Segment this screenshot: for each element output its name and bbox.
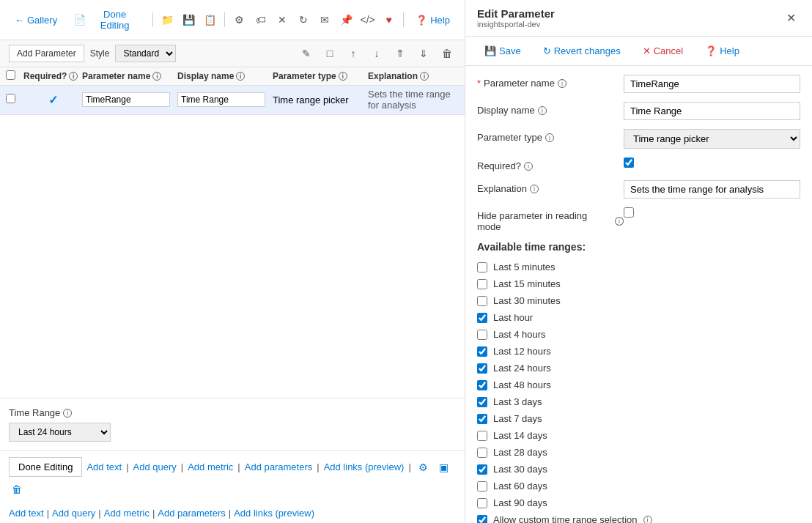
code-icon-btn[interactable]: </> xyxy=(359,11,376,29)
revert-button[interactable]: ↻ Revert changes xyxy=(536,42,628,59)
add-metric-link[interactable]: Add metric xyxy=(188,461,233,472)
add-parameter-button[interactable]: Add Parameter xyxy=(9,45,84,62)
display-name-input[interactable] xyxy=(177,92,265,107)
tag-icon-btn[interactable]: 🏷 xyxy=(252,11,269,29)
bottom-add-metric-link[interactable]: Add metric xyxy=(104,508,150,519)
param-type-select[interactable]: Time range picker Text Drop down xyxy=(624,129,800,149)
time-range-label-6: Last 24 hours xyxy=(493,363,551,374)
close-button[interactable]: ✕ xyxy=(782,10,800,26)
gallery-button[interactable]: ← Gallery xyxy=(9,12,63,29)
help-panel-button[interactable]: ❓ Help xyxy=(698,42,747,59)
display-name-field[interactable] xyxy=(624,102,800,120)
required-checkmark: ✓ xyxy=(48,93,58,107)
add-text-link[interactable]: Add text xyxy=(86,461,122,472)
explanation-info-icon[interactable]: i xyxy=(420,72,429,81)
time-range-checkbox-7[interactable] xyxy=(477,380,487,390)
param-name-field[interactable] xyxy=(624,75,800,93)
required-form-info[interactable]: i xyxy=(524,162,533,171)
time-range-item-9: Last 7 days xyxy=(477,413,800,424)
share-icon-btn[interactable]: ✉ xyxy=(317,11,333,29)
arrow-left-icon: ← xyxy=(15,15,24,26)
time-range-checkbox-15[interactable] xyxy=(477,515,487,524)
row-checkbox[interactable] xyxy=(6,94,15,103)
required-checkbox[interactable] xyxy=(624,157,634,168)
time-range-checkbox-6[interactable] xyxy=(477,363,487,374)
pin-icon-btn[interactable]: 📌 xyxy=(338,11,355,29)
settings-small-icon[interactable]: ⚙ xyxy=(416,459,432,475)
time-range-checkbox-8[interactable] xyxy=(477,397,487,407)
display-name-form-info[interactable]: i xyxy=(538,106,547,115)
time-range-info-icon[interactable]: i xyxy=(63,409,72,418)
cancel-button[interactable]: ✕ Cancel xyxy=(635,42,690,59)
time-range-checkbox-13[interactable] xyxy=(477,481,487,492)
time-range-label-4: Last 4 hours xyxy=(493,329,546,340)
time-range-checkbox-10[interactable] xyxy=(477,431,487,441)
delete-icon-btn[interactable]: 🗑 xyxy=(438,45,456,62)
move-down-icon-btn[interactable]: ↓ xyxy=(368,45,385,62)
explanation-form-info[interactable]: i xyxy=(530,185,539,193)
param-name-form-info[interactable]: i xyxy=(558,79,566,88)
save-icon-btn[interactable]: 💾 xyxy=(180,11,197,29)
time-range-item-15: Allow custom time range selectioni xyxy=(477,514,800,523)
time-range-select[interactable]: Last 24 hours Last 5 minutes Last 15 min… xyxy=(9,423,111,442)
refresh-icon-btn[interactable]: ↻ xyxy=(295,11,312,29)
delete-small-icon[interactable]: 🗑 xyxy=(9,481,25,497)
folder-icon-btn[interactable]: 📁 xyxy=(159,11,176,29)
copy-icon-btn[interactable]: 📋 xyxy=(202,11,218,29)
table-row[interactable]: ✓ Time range picker Sets the time range … xyxy=(0,86,465,114)
add-query-link[interactable]: Add query xyxy=(133,461,177,472)
save-button[interactable]: 💾 Save xyxy=(477,42,528,59)
hide-param-info[interactable]: i xyxy=(615,217,624,226)
separator-3 xyxy=(403,12,404,27)
param-name-info-icon[interactable]: i xyxy=(152,72,161,81)
time-range-checkbox-11[interactable] xyxy=(477,448,487,458)
bottom-add-links-link[interactable]: Add links (preview) xyxy=(234,508,314,519)
discard-icon-btn[interactable]: ✕ xyxy=(274,11,291,29)
custom-range-info-icon[interactable]: i xyxy=(643,516,652,524)
display-name-info-icon[interactable]: i xyxy=(236,72,245,81)
add-parameters-link[interactable]: Add parameters xyxy=(245,461,313,472)
param-type-info-icon[interactable]: i xyxy=(339,72,347,81)
time-range-checkbox-5[interactable] xyxy=(477,346,487,357)
edit-icon-btn[interactable]: ✎ xyxy=(298,45,315,62)
question-icon: ❓ xyxy=(416,15,427,26)
required-star: * xyxy=(477,78,481,89)
move-top-icon-btn[interactable]: ⇑ xyxy=(391,45,409,62)
panel-header: Edit Parameter insightsportal-dev ✕ xyxy=(465,0,812,37)
time-range-item-3: Last hour xyxy=(477,312,800,323)
bottom-add-query-link[interactable]: Add query xyxy=(52,508,95,519)
time-range-checkbox-1[interactable] xyxy=(477,279,487,289)
done-editing-top-button[interactable]: 📄 Done Editing xyxy=(67,6,147,34)
time-range-checkbox-3[interactable] xyxy=(477,313,487,323)
duplicate-icon-btn[interactable]: □ xyxy=(321,45,339,62)
settings-icon-btn[interactable]: ⚙ xyxy=(231,11,248,29)
param-type-value: Time range picker xyxy=(273,94,349,105)
time-range-checkbox-12[interactable] xyxy=(477,464,487,475)
add-links-link[interactable]: Add links (preview) xyxy=(324,461,405,472)
copy-small-icon[interactable]: ▣ xyxy=(436,459,452,475)
move-bottom-icon-btn[interactable]: ⇓ xyxy=(415,45,432,62)
time-range-item-7: Last 48 hours xyxy=(477,379,800,390)
explanation-field[interactable] xyxy=(624,180,800,199)
required-form-label: Required? xyxy=(477,160,521,171)
done-editing-button[interactable]: Done Editing xyxy=(9,457,82,477)
time-range-checkbox-0[interactable] xyxy=(477,262,487,272)
help-button[interactable]: ❓ Help xyxy=(410,12,456,29)
time-range-checkbox-4[interactable] xyxy=(477,330,487,340)
style-select[interactable]: Standard xyxy=(115,45,176,62)
select-all-checkbox[interactable] xyxy=(6,70,15,80)
param-name-input[interactable] xyxy=(82,92,170,107)
panel-title: Edit Parameter xyxy=(477,7,555,20)
bottom-add-text-link[interactable]: Add text xyxy=(9,508,44,519)
time-range-checkbox-9[interactable] xyxy=(477,414,487,424)
param-type-form-info[interactable]: i xyxy=(545,133,554,142)
time-range-label-10: Last 14 days xyxy=(493,430,547,441)
heart-icon-btn[interactable]: ♥ xyxy=(380,11,397,29)
hide-param-checkbox[interactable] xyxy=(624,207,634,218)
required-info-icon[interactable]: i xyxy=(69,72,78,81)
time-range-checkbox-2[interactable] xyxy=(477,296,487,306)
time-range-checkbox-14[interactable] xyxy=(477,498,487,508)
move-up-icon-btn[interactable]: ↑ xyxy=(344,45,362,62)
bottom-add-parameters-link[interactable]: Add parameters xyxy=(158,508,226,519)
required-header: Required? xyxy=(23,71,67,81)
